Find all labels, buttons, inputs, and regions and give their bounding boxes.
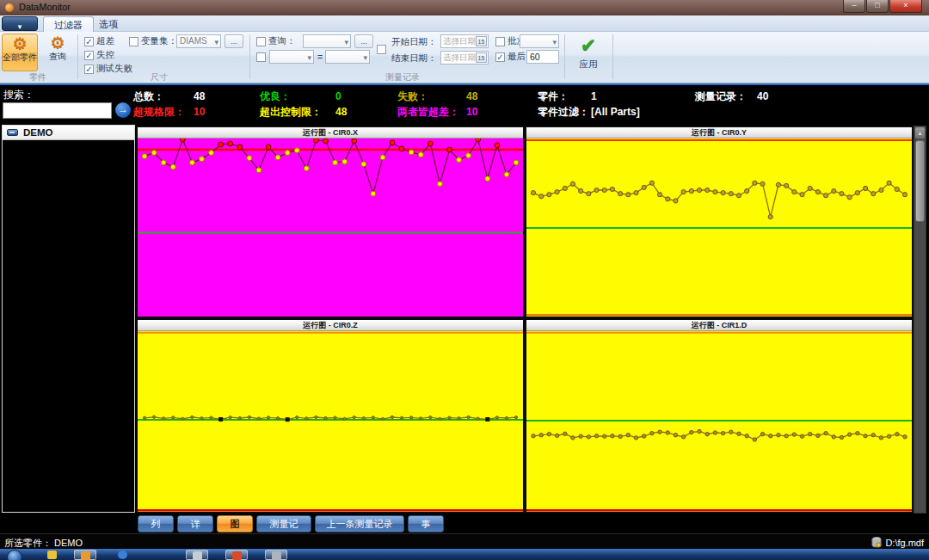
part-icon	[7, 129, 18, 136]
end-date-label: 结束日期：	[391, 52, 437, 64]
scroll-up-button[interactable]: ▲	[915, 127, 925, 138]
end-date-field[interactable]: 选择日期 15	[440, 51, 489, 65]
taskbar-icon[interactable]	[225, 550, 248, 560]
taskbar-icon[interactable]	[265, 550, 287, 560]
query-more-button[interactable]: ...	[354, 34, 373, 48]
variable-set-dropdown[interactable]: DIAMS ▾	[176, 34, 221, 48]
checkbox-condition[interactable]	[256, 52, 268, 62]
condition-value-dropdown[interactable]: ▾	[325, 50, 370, 64]
chart-plot[interactable]	[138, 331, 523, 512]
chart-title: 运行图 - CIR0.Z	[138, 320, 523, 331]
minimize-button[interactable]: –	[843, 0, 865, 13]
chart-plot[interactable]	[526, 138, 912, 317]
checkbox-icon: ✓	[84, 51, 94, 60]
checkbox-icon: ✓	[84, 37, 94, 46]
tab-filter[interactable]: 过滤器	[43, 16, 94, 32]
chevron-down-icon: ▾	[18, 22, 22, 31]
checkbox-icon	[129, 37, 138, 46]
tab-previous-record[interactable]: 上一条测量记录	[315, 515, 404, 532]
checkbox-icon: ✓	[84, 65, 94, 74]
tab-list[interactable]: 列表	[138, 515, 174, 532]
taskbar-icon[interactable]	[74, 550, 96, 560]
window-title: DataMonitor	[19, 2, 71, 12]
selected-part-status: 所选零件： DEMO	[4, 537, 83, 550]
vertical-scrollbar[interactable]: ▲	[914, 126, 926, 514]
checkbox-date-range[interactable]	[377, 44, 389, 54]
search-label: 搜索：	[3, 88, 34, 102]
sidebar-item-demo[interactable]: DEMO	[3, 126, 134, 140]
checkbox-last-n[interactable]: ✓ 最后	[495, 52, 526, 62]
title-bar: DataMonitor – □ ×	[0, 0, 929, 15]
app-icon	[272, 551, 281, 560]
group-divider	[564, 34, 565, 79]
tab-detail[interactable]: 详细	[177, 515, 213, 532]
app-window: DataMonitor – □ × ▾ 过滤器 选项 ⚙ 全部零件 ⚙ 查询 零…	[0, 0, 929, 560]
stat-column: 测量记录： 40	[695, 89, 768, 104]
application-menu-button[interactable]: ▾	[2, 16, 38, 31]
checkbox-out-of-control[interactable]: ✓ 失控	[84, 50, 114, 60]
query-dropdown[interactable]: ▾	[303, 34, 351, 48]
ribbon: ⚙ 全部零件 ⚙ 查询 零件 ✓ 超差 ✓ 失控 ✓ 测试失败 变量集： DIA…	[0, 32, 929, 83]
variable-set-more-button[interactable]: ...	[225, 34, 243, 48]
equals-label: =	[317, 51, 323, 63]
chevron-down-icon: ▾	[363, 52, 367, 64]
stat-good: 优良： 0	[260, 89, 347, 104]
tab-options[interactable]: 选项	[89, 16, 128, 32]
all-parts-button[interactable]: ⚙ 全部零件	[2, 34, 38, 71]
scrollbar-thumb[interactable]	[915, 140, 925, 222]
apply-button[interactable]: 应用	[571, 58, 606, 71]
group-divider	[77, 34, 78, 79]
maximize-button[interactable]: □	[866, 0, 889, 13]
status-bar: 所选零件： DEMO D:\fg.mdf	[0, 533, 929, 549]
run-chart-cir0y[interactable]: 运行图 - CIR0.Y	[525, 126, 914, 318]
tab-measurement-records[interactable]: 测量记录	[256, 515, 311, 532]
run-chart-cir0z[interactable]: 运行图 - CIR0.Z	[136, 318, 525, 514]
stat-column: 总数： 48 超规格限： 10	[133, 89, 205, 120]
start-date-label: 开始日期：	[391, 35, 437, 47]
windows-taskbar[interactable]	[0, 549, 929, 560]
close-button[interactable]: ×	[889, 0, 922, 13]
tab-chart[interactable]: 图表	[217, 515, 253, 532]
checkbox-variable-set[interactable]: 变量集：	[129, 36, 177, 46]
chevron-down-icon: ▾	[344, 36, 348, 48]
view-tabs-bar: 列表 详细 图表 测量记录 上一条测量记录 事件	[0, 514, 929, 533]
chart-title: 运行图 - CIR0.Y	[526, 127, 912, 138]
group-divider	[612, 34, 613, 79]
chart-plot[interactable]	[526, 331, 912, 512]
calendar-icon[interactable]: 15	[476, 36, 487, 46]
batch-number-dropdown[interactable]: ▾	[520, 34, 559, 48]
taskbar-icon[interactable]	[186, 550, 208, 560]
stat-over-spec: 超规格限： 10	[133, 104, 205, 120]
stat-parts: 零件： 1	[538, 89, 640, 104]
checkbox-icon	[377, 45, 386, 54]
stat-over-control: 超出控制限： 48	[260, 104, 347, 120]
tab-events[interactable]: 事件	[408, 515, 444, 532]
checkbox-query[interactable]: 查询：	[256, 36, 296, 46]
query-parts-button[interactable]: ⚙ 查询	[40, 34, 76, 71]
chart-plot[interactable]	[138, 138, 523, 317]
checkbox-out-of-tolerance[interactable]: ✓ 超差	[84, 36, 114, 46]
calendar-icon[interactable]: 15	[476, 52, 487, 63]
last-n-input[interactable]: 60	[526, 50, 559, 64]
chart-title: 运行图 - CIR0.X	[138, 127, 523, 138]
charts-grid: 运行图 - CIR0.X 运行图 - CIR0.Y 运行图 - CIR0.Z 运…	[136, 126, 914, 514]
taskbar-icon[interactable]	[112, 550, 134, 560]
search-go-button[interactable]: →	[115, 102, 131, 118]
run-chart-cir1d[interactable]: 运行图 - CIR1.D	[525, 318, 914, 514]
taskbar-icon[interactable]	[41, 550, 64, 560]
start-date-field[interactable]: 选择日期 15	[440, 34, 489, 48]
start-orb-icon[interactable]	[7, 550, 22, 560]
app-icon	[47, 551, 57, 559]
checkbox-icon	[256, 52, 266, 62]
run-chart-cir0x[interactable]: 运行图 - CIR0.X	[136, 126, 525, 318]
search-input[interactable]	[3, 102, 112, 119]
app-icon	[193, 551, 202, 560]
app-icon	[118, 551, 127, 559]
apply-check-icon[interactable]: ✔	[571, 34, 606, 57]
database-icon	[871, 537, 882, 548]
chevron-down-icon: ▾	[307, 52, 311, 64]
condition-field-dropdown[interactable]: ▾	[269, 50, 314, 64]
app-icon	[232, 551, 242, 560]
arrow-right-icon: →	[118, 103, 128, 115]
gear-search-icon: ⚙	[40, 34, 76, 52]
